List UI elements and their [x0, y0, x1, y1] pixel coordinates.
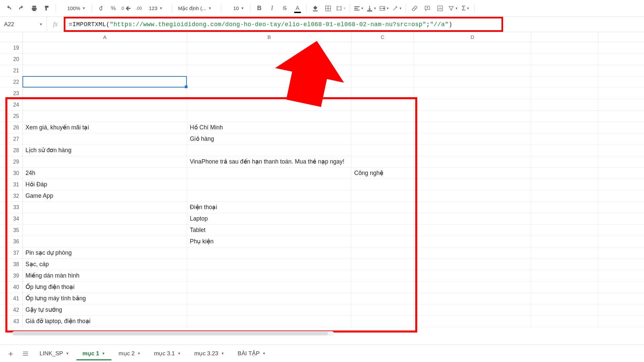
cell[interactable]	[352, 236, 414, 247]
italic-button[interactable]: I	[266, 2, 278, 14]
sheet-tab[interactable]: LINK_SP▼	[34, 347, 75, 360]
row-header[interactable]: 27	[0, 133, 23, 145]
borders-button[interactable]	[322, 2, 334, 14]
cell[interactable]	[352, 99, 414, 110]
cell[interactable]	[187, 259, 352, 270]
currency-button[interactable]: ₫	[95, 2, 107, 14]
cell[interactable]	[531, 247, 598, 258]
cell[interactable]	[414, 122, 531, 133]
cell[interactable]	[187, 65, 352, 76]
formula-bar[interactable]: =IMPORTXML("https://www.thegioididong.co…	[64, 17, 503, 32]
cell[interactable]	[187, 316, 352, 327]
bold-button[interactable]: B	[253, 2, 265, 14]
column-header-A[interactable]: A	[23, 32, 187, 42]
cell[interactable]	[531, 122, 598, 133]
cell[interactable]	[531, 76, 598, 87]
row-header[interactable]: 29	[0, 156, 23, 168]
row-header[interactable]: 31	[0, 179, 23, 190]
cell-grid[interactable]: Xem giá, khuyến mãi tạiHồ Chí MinhGiỏ hà…	[23, 42, 644, 345]
cell[interactable]	[187, 76, 352, 87]
cell[interactable]	[414, 54, 531, 65]
sheet-tab[interactable]: mục 3.1▼	[148, 347, 187, 360]
cell[interactable]	[531, 293, 598, 304]
horizontal-scrollbar-track[interactable]	[12, 331, 334, 336]
cell[interactable]: Lịch sử đơn hàng	[23, 145, 187, 156]
cell[interactable]: Miếng dán màn hình	[23, 270, 187, 281]
cell[interactable]: Hỏi Đáp	[23, 179, 187, 190]
cell[interactable]	[531, 316, 598, 327]
row-header[interactable]: 37	[0, 247, 23, 259]
undo-button[interactable]	[3, 2, 15, 14]
name-box[interactable]: A22 ▼	[0, 17, 47, 32]
cell[interactable]	[352, 122, 414, 133]
cell[interactable]: Công nghệ	[352, 168, 414, 179]
cell[interactable]	[531, 282, 598, 293]
column-header-blank[interactable]	[531, 32, 598, 42]
sheet-tab[interactable]: mục 1▼	[76, 347, 111, 360]
cell[interactable]	[23, 213, 187, 224]
horizontal-align-button[interactable]: ▼	[353, 2, 365, 14]
cell[interactable]: Hồ Chí Minh	[187, 122, 352, 133]
cell[interactable]	[414, 179, 531, 190]
cell[interactable]	[414, 42, 531, 53]
insert-comment-button[interactable]	[421, 2, 433, 14]
cell[interactable]: Gậy tự sướng	[23, 304, 187, 315]
cell[interactable]: Pin sạc dự phòng	[23, 247, 187, 258]
vertical-align-button[interactable]: ▼	[365, 2, 377, 14]
row-header[interactable]: 38	[0, 259, 23, 270]
row-header[interactable]: 22	[0, 76, 23, 88]
row-header[interactable]: 43	[0, 316, 23, 327]
cell[interactable]	[23, 111, 187, 122]
cell[interactable]	[414, 236, 531, 247]
row-header[interactable]: 19	[0, 42, 23, 54]
cell[interactable]	[352, 225, 414, 236]
row-header[interactable]: 33	[0, 202, 23, 213]
cell[interactable]	[187, 190, 352, 201]
cell[interactable]	[23, 225, 187, 236]
cell[interactable]	[352, 65, 414, 76]
cell[interactable]	[414, 168, 531, 179]
cell[interactable]	[414, 65, 531, 76]
cell[interactable]	[414, 133, 531, 144]
cell[interactable]	[23, 65, 187, 76]
cell[interactable]	[531, 168, 598, 179]
column-header-D[interactable]: D	[414, 32, 531, 42]
cell[interactable]	[352, 304, 414, 315]
cell[interactable]	[531, 179, 598, 190]
column-header-B[interactable]: B	[187, 32, 352, 42]
cell[interactable]	[187, 247, 352, 258]
cell[interactable]	[352, 270, 414, 281]
cell[interactable]	[414, 225, 531, 236]
strikethrough-button[interactable]: S	[279, 2, 291, 14]
cell[interactable]	[414, 99, 531, 110]
zoom-dropdown[interactable]: 100%▼	[59, 3, 89, 13]
sheet-tab[interactable]: BÀI TẬP▼	[232, 347, 272, 360]
row-header[interactable]: 30	[0, 168, 23, 179]
text-color-button[interactable]: A	[291, 2, 304, 14]
row-header[interactable]: 21	[0, 65, 23, 76]
cell[interactable]	[187, 111, 352, 122]
cell[interactable]	[352, 213, 414, 224]
cell[interactable]	[414, 213, 531, 224]
row-header[interactable]: 20	[0, 54, 23, 65]
cell[interactable]: Tablet	[187, 225, 352, 236]
cell[interactable]	[414, 282, 531, 293]
filter-button[interactable]: ▼	[447, 2, 459, 14]
cell[interactable]	[531, 99, 598, 110]
cell[interactable]: Phụ kiện	[187, 236, 352, 247]
cell[interactable]	[352, 247, 414, 258]
row-header[interactable]: 42	[0, 304, 23, 316]
row-header[interactable]: 32	[0, 190, 23, 202]
cell[interactable]	[531, 133, 598, 144]
cell[interactable]	[531, 111, 598, 122]
cell[interactable]	[23, 88, 187, 99]
cell[interactable]	[531, 156, 598, 167]
cell[interactable]	[352, 293, 414, 304]
cell[interactable]: Điện thoại	[187, 202, 352, 213]
cell[interactable]	[187, 179, 352, 190]
cell[interactable]	[414, 270, 531, 281]
cell[interactable]	[352, 145, 414, 156]
cell[interactable]: Giá đỡ laptop, điện thoại	[23, 316, 187, 327]
row-header[interactable]: 41	[0, 293, 23, 304]
cell[interactable]	[531, 304, 598, 315]
